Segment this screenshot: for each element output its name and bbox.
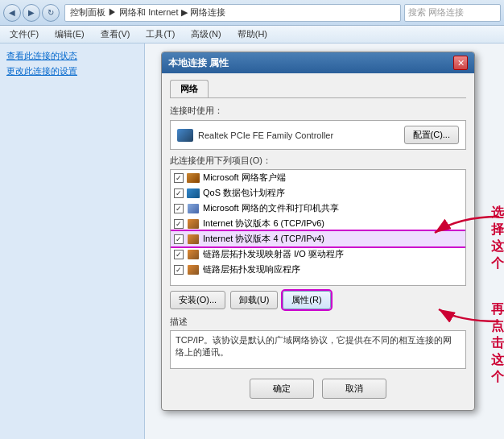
- discover-icon: [187, 249, 200, 260]
- qos-icon: [187, 188, 200, 199]
- checkbox-3[interactable]: [174, 219, 184, 229]
- install-button[interactable]: 安装(O)...: [170, 291, 225, 309]
- select-annotation: 选择这个: [491, 205, 504, 272]
- tab-network[interactable]: 网络: [170, 80, 209, 97]
- file-share-icon: [187, 203, 200, 214]
- properties-dialog: 本地连接 属性 ✕ 网络 连接时使用： Realtek PCIe FE Fami…: [161, 52, 475, 411]
- list-item[interactable]: 链路层拓扑发现映射器 I/O 驱动程序: [171, 246, 465, 262]
- item-label-5: 链路层拓扑发现映射器 I/O 驱动程序: [203, 248, 344, 260]
- click-annotation: 再点击这个: [491, 301, 504, 386]
- dialog-close-button[interactable]: ✕: [453, 56, 468, 70]
- refresh-button[interactable]: ↻: [42, 4, 60, 22]
- item-label-6: 链路层拓扑发现响应程序: [203, 263, 300, 275]
- properties-button[interactable]: 属性(R): [283, 291, 330, 309]
- tab-bar: 网络: [170, 80, 466, 98]
- item-label-4: Internet 协议版本 4 (TCP/IPv4): [203, 233, 324, 245]
- breadcrumb: 控制面板 ▶ 网络和 Internet ▶ 网络连接: [64, 4, 401, 22]
- dialog-body: 网络 连接时使用： Realtek PCIe FE Family Control…: [162, 73, 474, 410]
- checkbox-0[interactable]: [174, 173, 184, 183]
- ok-button[interactable]: 确定: [250, 379, 314, 399]
- cancel-button[interactable]: 取消: [322, 379, 386, 399]
- list-item[interactable]: Microsoft 网络的文件和打印机共享: [171, 201, 465, 216]
- explorer-bar: ◀ ▶ ↻ 控制面板 ▶ 网络和 Internet ▶ 网络连接 搜索 网络连接: [0, 0, 504, 26]
- breadcrumb-text: 控制面板 ▶ 网络和 Internet ▶ 网络连接: [70, 6, 225, 19]
- list-item[interactable]: Microsoft 网络客户端: [171, 170, 465, 185]
- menu-help[interactable]: 帮助(H): [234, 27, 271, 42]
- item-label-3: Internet 协议版本 6 (TCP/IPv6): [203, 217, 324, 230]
- forward-button[interactable]: ▶: [23, 4, 40, 22]
- menu-bar: 文件(F) 编辑(E) 查看(V) 工具(T) 高级(N) 帮助(H): [0, 26, 504, 43]
- network-icon: [187, 172, 200, 184]
- items-label: 此连接使用下列项目(O)：: [170, 155, 466, 167]
- dialog-titlebar: 本地连接 属性 ✕: [162, 52, 474, 73]
- search-placeholder: 搜索 网络连接: [408, 6, 464, 19]
- sidebar-link-status[interactable]: 查看此连接的状态: [6, 50, 138, 62]
- sidebar: 查看此连接的状态 更改此连接的设置: [0, 43, 145, 439]
- respond-icon: [187, 264, 200, 275]
- checkbox-2[interactable]: [174, 204, 184, 213]
- search-box[interactable]: 搜索 网络连接: [404, 4, 501, 22]
- menu-view[interactable]: 查看(V): [97, 27, 134, 42]
- checkbox-6[interactable]: [174, 265, 184, 275]
- content-area: 本地连接 属性 ✕ 网络 连接时使用： Realtek PCIe FE Fami…: [145, 43, 504, 439]
- item-label-0: Microsoft 网络客户端: [203, 172, 286, 184]
- ipv4-icon: [187, 234, 200, 245]
- menu-tools[interactable]: 工具(T): [143, 27, 178, 42]
- menu-edit[interactable]: 编辑(E): [52, 27, 88, 42]
- adapter-name: Realtek PCIe FE Family Controller: [198, 130, 333, 140]
- description-label: 描述: [170, 316, 466, 328]
- uninstall-button[interactable]: 卸载(U): [230, 291, 278, 309]
- main-area: 查看此连接的状态 更改此连接的设置 本地连接 属性 ✕ 网络 连接时使用：: [0, 43, 504, 439]
- list-item-ipv4[interactable]: Internet 协议版本 4 (TCP/IPv4): [171, 231, 465, 246]
- dialog-footer: 确定 取消: [170, 375, 466, 404]
- action-buttons: 安装(O)... 卸载(U) 属性(R): [170, 291, 466, 309]
- menu-advanced[interactable]: 高级(N): [188, 27, 224, 42]
- list-item[interactable]: 链路层拓扑发现响应程序: [171, 262, 465, 277]
- description-box: TCP/IP。该协议是默认的广域网络协议，它提供在不同的相互连接的网络上的通讯。: [170, 330, 466, 369]
- config-button[interactable]: 配置(C)...: [404, 126, 459, 144]
- list-item[interactable]: Internet 协议版本 6 (TCP/IPv6): [171, 216, 465, 231]
- menu-file[interactable]: 文件(F): [6, 27, 42, 42]
- list-item[interactable]: QoS 数据包计划程序: [171, 185, 465, 201]
- items-list: Microsoft 网络客户端 QoS 数据包计划程序 Microsoft 网络…: [170, 169, 466, 286]
- sidebar-link-settings[interactable]: 更改此连接的设置: [6, 65, 138, 77]
- adapter-box: Realtek PCIe FE Family Controller 配置(C).…: [170, 120, 466, 150]
- checkbox-1[interactable]: [174, 188, 184, 198]
- connection-label: 连接时使用：: [170, 105, 466, 117]
- checkbox-5[interactable]: [174, 250, 184, 259]
- checkbox-4[interactable]: [174, 234, 184, 244]
- dialog-title: 本地连接 属性: [168, 56, 229, 70]
- back-button[interactable]: ◀: [3, 4, 21, 22]
- item-label-1: QoS 数据包计划程序: [203, 187, 285, 199]
- adapter-icon: [177, 129, 193, 142]
- item-label-2: Microsoft 网络的文件和打印机共享: [203, 202, 339, 214]
- ipv6-icon: [187, 218, 200, 230]
